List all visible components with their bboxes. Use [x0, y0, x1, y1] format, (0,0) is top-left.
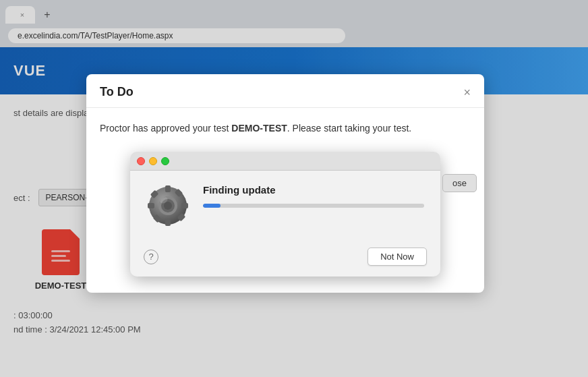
traffic-light-green[interactable]: [161, 157, 169, 165]
message-suffix: . Please start taking your test.: [287, 123, 411, 134]
update-dialog-footer: ? Not Now: [130, 241, 440, 277]
svg-rect-1: [165, 185, 171, 192]
update-dialog-titlebar: [130, 152, 440, 171]
todo-modal-body: Proctor has approved your test DEMO-TEST…: [86, 108, 484, 293]
todo-modal-header: To Do ×: [86, 74, 484, 108]
svg-rect-2: [165, 219, 171, 226]
update-dialog: Finding update ? Not Now: [130, 152, 440, 277]
todo-modal-message: Proctor has approved your test DEMO-TEST…: [100, 121, 471, 136]
update-dialog-content: Finding update: [130, 171, 440, 241]
todo-modal: To Do × Proctor has approved your test D…: [86, 74, 484, 293]
not-now-button[interactable]: Not Now: [368, 248, 427, 266]
message-test-name: DEMO-TEST: [231, 123, 287, 134]
svg-point-11: [164, 202, 172, 210]
todo-modal-close-button[interactable]: ×: [463, 86, 471, 98]
traffic-light-red[interactable]: [137, 157, 145, 165]
message-prefix: Proctor has approved your test: [100, 123, 231, 134]
gear-icon: [146, 184, 189, 227]
svg-rect-4: [181, 203, 188, 208]
todo-modal-title: To Do: [100, 85, 134, 99]
traffic-light-yellow[interactable]: [149, 157, 157, 165]
update-dialog-close-button[interactable]: ose: [442, 174, 477, 192]
gear-svg: [146, 184, 189, 227]
svg-rect-3: [148, 203, 154, 208]
update-info: Finding update: [203, 184, 424, 208]
progress-bar-wrap: [203, 204, 424, 208]
progress-bar-fill: [203, 204, 220, 208]
update-dialog-title: Finding update: [203, 184, 424, 196]
help-button[interactable]: ?: [144, 250, 158, 264]
